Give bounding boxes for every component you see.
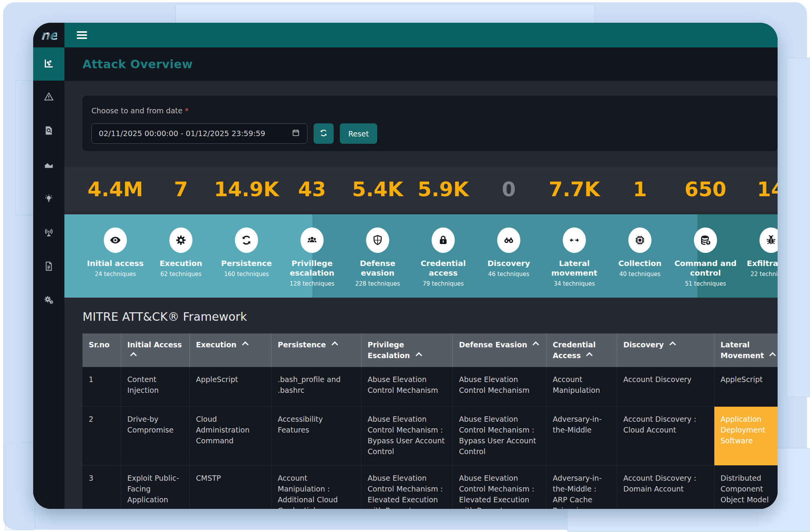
top-header-bar: ne (33, 23, 778, 47)
teal-top-bar (64, 23, 778, 47)
reset-button[interactable]: Reset (340, 123, 377, 144)
sidebar-item-trends[interactable] (44, 159, 54, 171)
column-label: Initial Access (127, 340, 182, 349)
table-cell: AppleScript (714, 367, 778, 406)
tactic-count: 24 techniques (95, 271, 136, 278)
sidebar-item-network-activity[interactable] (44, 227, 54, 239)
table-cell: 3 (83, 465, 121, 509)
sidebar-item-attack-overview[interactable] (33, 47, 64, 81)
framework-title: MITRE ATT&CK® Framework (83, 310, 778, 323)
tactic-card-initial-access[interactable]: Initial access 24 techniques (83, 214, 148, 298)
calendar-icon[interactable] (292, 128, 300, 139)
tactics-band: Initial access 24 techniques Execution 6… (64, 214, 778, 298)
tactic-card-execution[interactable]: Execution 62 techniques (148, 214, 214, 298)
refresh-icon (235, 227, 258, 253)
tactic-count: 228 techniques (355, 280, 400, 287)
arrows-icon (563, 227, 586, 253)
sort-chevron-up-icon[interactable] (586, 352, 593, 359)
column-header[interactable]: Persistence (272, 333, 361, 367)
table-cell: AppleScript (190, 367, 272, 406)
sidebar-item-insights[interactable] (44, 193, 54, 205)
chart-icon (44, 58, 54, 70)
tactic-name: Credential access (410, 259, 476, 278)
table-cell: Abuse Elevation Control Mechanism : Elev… (361, 465, 453, 509)
table-cell: Account Discovery (617, 367, 714, 406)
tactic-card-credential-access[interactable]: Credential access 79 techniques (410, 214, 476, 298)
eye-icon (104, 227, 127, 253)
sort-chevron-up-icon[interactable] (770, 352, 776, 359)
tactic-card-command-and-control[interactable]: Command and control 51 techniques (673, 214, 738, 298)
decorative-rectangle (5, 443, 35, 530)
table-cell: Content Injection (121, 367, 190, 406)
highlighted-cell: Application Deployment Software (714, 406, 778, 465)
table-cell: Adversary-in-the-Middle (547, 406, 617, 465)
tactic-count: 160 techniques (224, 271, 269, 278)
trend-icon (44, 159, 54, 171)
date-range-input[interactable]: 02/11/2025 00:00:00 - 01/12/2025 23:59:5… (91, 123, 307, 144)
sort-chevron-up-icon[interactable] (130, 352, 137, 359)
table-cell: Cloud Administration Command (190, 406, 272, 465)
bug-icon (759, 227, 778, 253)
date-filter-label: Choose to and from date* (91, 106, 778, 115)
framework-table: Sr.noInitial Access Execution Persistenc… (83, 333, 778, 509)
stat-value: 43 (279, 178, 345, 201)
table-cell: .bash_profile and .bashrc (272, 367, 361, 406)
sort-chevron-up-icon[interactable] (242, 342, 248, 348)
sidebar-item-alerts[interactable] (44, 91, 54, 103)
tactic-card-exfiltration[interactable]: Exfiltration 22 techniques (738, 214, 778, 298)
column-label: Persistence (278, 340, 326, 349)
sidebar-item-settings[interactable] (44, 295, 54, 307)
table-cell: Abuse Elevation Control Mechanism : Bypa… (361, 406, 453, 465)
required-asterisk: * (185, 106, 189, 115)
table-cell: 2 (83, 406, 121, 465)
tactic-card-lateral-movement[interactable]: Lateral movement 34 techniques (542, 214, 607, 298)
table-cell: Abuse Elevation Control Mechanism : Elev… (453, 465, 547, 509)
tactic-name: Command and control (673, 259, 738, 278)
table-cell: Abuse Elevation Control Mechanism (361, 367, 453, 406)
sort-chevron-up-icon[interactable] (669, 342, 676, 348)
column-header[interactable]: Credential Access (547, 333, 617, 367)
tactic-card-defense-evasion[interactable]: Defense evasion 228 techniques (345, 214, 410, 298)
sidebar-item-log-search[interactable] (44, 125, 54, 137)
column-header[interactable]: Defense Evasion (453, 333, 547, 367)
column-header[interactable]: Lateral Movement (714, 333, 778, 367)
stat-value: 1 (607, 178, 673, 201)
page-title: Attack Overview (83, 57, 193, 71)
table-cell: Exploit Public-Facing Application (121, 465, 190, 509)
tactic-name: Initial access (87, 259, 144, 268)
column-header[interactable]: Execution (190, 333, 272, 367)
tactic-card-collection[interactable]: Collection 40 techniques (607, 214, 673, 298)
column-header[interactable]: Initial Access (121, 333, 190, 367)
column-header[interactable]: Privilege Escalation (361, 333, 453, 367)
sort-chevron-up-icon[interactable] (415, 352, 422, 359)
tactic-card-discovery[interactable]: Discovery 46 techniques (476, 214, 542, 298)
table-cell: Distributed Component Object Model (714, 465, 778, 509)
column-header[interactable]: Discovery (617, 333, 714, 367)
framework-table-wrap: Sr.noInitial Access Execution Persistenc… (83, 333, 778, 509)
column-label: Execution (196, 340, 236, 349)
hamburger-menu-icon[interactable] (77, 30, 87, 41)
refresh-button[interactable] (314, 123, 334, 144)
tactic-name: Collection (618, 259, 662, 268)
tactic-card-privillege-escalation[interactable]: Privillege escalation 128 techniques (279, 214, 345, 298)
table-cell: Accessibility Features (272, 406, 361, 465)
stat-value: 7 (148, 178, 214, 201)
column-label: Privilege Escalation (368, 340, 410, 360)
sidebar-item-reports[interactable] (44, 261, 54, 273)
stats-row: 4.4M714.9K435.4K5.9K07.7K165014 (64, 167, 778, 212)
tactic-card-persistence[interactable]: Persistence 160 techniques (214, 214, 279, 298)
sort-chevron-up-icon[interactable] (331, 342, 338, 348)
column-label: Sr.no (89, 340, 110, 349)
table-cell: Abuse Elevation Control Mechanism : Bypa… (453, 406, 547, 465)
broadcast-icon (44, 227, 54, 239)
sidebar (33, 47, 64, 509)
stat-value: 5.9K (410, 178, 476, 201)
table-row: 2Drive-by CompromiseCloud Administration… (83, 406, 778, 465)
doc-search-icon (44, 125, 54, 137)
sort-chevron-up-icon[interactable] (533, 342, 539, 348)
refresh-icon (319, 128, 328, 139)
bulb-icon (44, 193, 54, 205)
tactic-count: 62 techniques (160, 271, 201, 278)
file-icon (44, 261, 54, 273)
table-cell: CMSTP (190, 465, 272, 509)
